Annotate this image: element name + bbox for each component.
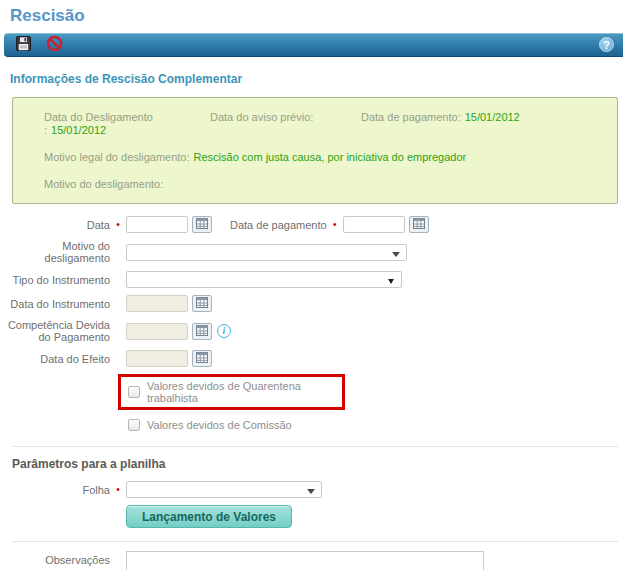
calendar-icon <box>413 217 425 232</box>
info-icon[interactable]: i <box>217 324 231 338</box>
comissao-checkbox[interactable] <box>128 419 140 431</box>
motivo-legal-value: Rescisão com justa causa, por iniciativa… <box>194 151 467 164</box>
data-instrumento-input <box>126 295 188 312</box>
calendar-icon <box>196 296 208 311</box>
row-data-efeito: Data do Efeito <box>0 350 623 367</box>
divider <box>12 446 618 447</box>
data-pagamento-required-marker: • <box>327 219 343 230</box>
summary-row-motivo: Motivo do desligamento: <box>44 178 611 191</box>
row-tipo-instrumento: Tipo do Instrumento <box>0 271 623 288</box>
row-folha: Folha • <box>0 481 623 498</box>
chevron-down-icon <box>392 252 400 257</box>
observacoes-textarea[interactable] <box>126 551 484 570</box>
section-title-complementar: Informações de Rescisão Complementar <box>10 72 623 86</box>
prohibition-icon <box>46 35 63 55</box>
pagamento-label: Data de pagamento: <box>361 111 461 123</box>
chevron-down-icon <box>307 489 315 494</box>
quarentena-checkbox-label: Valores devidos de Quarentena trabalhist… <box>147 380 338 404</box>
data-pagamento-calendar-button[interactable] <box>409 216 429 233</box>
calendar-icon <box>196 324 208 339</box>
save-button[interactable] <box>13 35 33 55</box>
summary-row-dates: Data do Desligamento :15/01/2012 Data do… <box>44 111 611 137</box>
divider <box>12 541 618 542</box>
pagamento-value: 15/01/2012 <box>465 111 520 123</box>
tipo-instrumento-label: Tipo do Instrumento <box>0 274 110 286</box>
data-efeito-calendar-button[interactable] <box>192 350 212 367</box>
highlight-rectangle: Valores devidos de Quarentena trabalhist… <box>118 374 345 410</box>
data-instrumento-calendar-button[interactable] <box>192 295 212 312</box>
calendar-icon <box>196 351 208 366</box>
aviso-previo-label: Data do aviso prévio: <box>210 111 313 123</box>
motivo-desligamento-label: Motivo do desligamento <box>0 240 110 264</box>
summary-row-motivo-legal: Motivo legal do desligamento: Rescisão c… <box>44 151 611 164</box>
summary-aviso-previo: Data do aviso prévio: <box>210 111 361 137</box>
quarentena-checkbox[interactable] <box>128 386 140 398</box>
rescisao-form: Data • Data de pagamento • Motivo do des… <box>0 216 623 431</box>
page-title: Rescisão <box>10 6 623 26</box>
motivo-desligamento-select[interactable] <box>126 244 407 261</box>
calendar-icon <box>196 217 208 232</box>
row-motivo-desligamento: Motivo do desligamento <box>0 240 623 264</box>
toolbar: ? <box>4 33 623 57</box>
data-efeito-input <box>126 350 188 367</box>
data-input[interactable] <box>126 216 188 233</box>
motivo-legal-label: Motivo legal do desligamento: <box>44 151 190 164</box>
comissao-checkbox-label: Valores devidos de Comissão <box>147 419 292 431</box>
data-instrumento-label: Data do Instrumento <box>0 298 110 310</box>
desligamento-value: 15/01/2012 <box>51 124 106 136</box>
lancamento-de-valores-button[interactable]: Lançamento de Valores <box>126 505 292 528</box>
data-label: Data <box>0 219 110 231</box>
observacoes-label: Observações <box>0 551 110 566</box>
summary-box: Data do Desligamento :15/01/2012 Data do… <box>12 97 618 204</box>
help-icon[interactable]: ? <box>599 37 614 52</box>
data-calendar-button[interactable] <box>192 216 212 233</box>
row-competencia: Competência Devida do Pagamento i <box>0 319 623 343</box>
data-efeito-label: Data do Efeito <box>0 353 110 365</box>
section-title-parametros: Parâmetros para a planilha <box>12 457 623 471</box>
summary-pagamento: Data de pagamento:15/01/2012 <box>361 111 520 137</box>
folha-required-marker: • <box>110 484 126 495</box>
row-observacoes: Observações <box>0 551 623 570</box>
competencia-calendar-button[interactable] <box>192 323 212 340</box>
summary-desligamento: Data do Desligamento :15/01/2012 <box>44 111 210 137</box>
save-icon <box>16 36 31 54</box>
tipo-instrumento-select[interactable] <box>126 271 402 288</box>
data-pagamento-label: Data de pagamento <box>230 219 327 231</box>
data-required-marker: • <box>110 219 126 230</box>
row-data-instrumento: Data do Instrumento <box>0 295 623 312</box>
data-pagamento-input[interactable] <box>343 216 405 233</box>
folha-select[interactable] <box>126 481 322 498</box>
row-data: Data • Data de pagamento • <box>0 216 623 233</box>
cancel-button[interactable] <box>44 35 64 55</box>
competencia-label: Competência Devida do Pagamento <box>0 319 110 343</box>
row-comissao: Valores devidos de Comissão <box>128 419 623 431</box>
motivo-label: Motivo do desligamento: <box>44 178 163 191</box>
folha-label: Folha <box>0 484 110 496</box>
competencia-input <box>126 323 188 340</box>
chevron-down-icon <box>388 279 394 284</box>
